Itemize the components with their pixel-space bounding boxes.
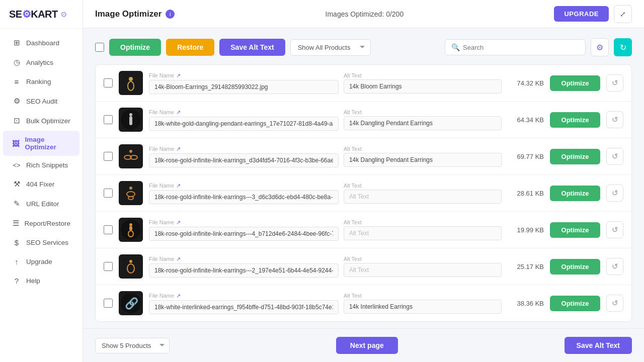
sidebar-item-help[interactable]: ? Help xyxy=(3,272,79,290)
row-checkbox[interactable] xyxy=(104,189,113,198)
alt-text-input[interactable] xyxy=(344,300,502,314)
row-optimize-button[interactable]: Optimize xyxy=(550,112,600,128)
footer-save-alt-button[interactable]: Save Alt Text xyxy=(565,337,632,354)
row-optimize-button[interactable]: Optimize xyxy=(550,186,600,201)
alt-text-input[interactable] xyxy=(344,190,502,204)
restore-button[interactable]: Restore xyxy=(166,39,214,56)
row-optimize-button[interactable]: Optimize xyxy=(550,75,600,91)
sidebar-item-ranking[interactable]: ≡ Ranking xyxy=(3,72,79,91)
restore-icon: ↺ xyxy=(612,225,618,234)
search-wrapper: 🔍 xyxy=(445,39,586,55)
sidebar-item-label: Bulk Optimizer xyxy=(26,117,70,125)
row-restore-button[interactable]: ↺ xyxy=(606,185,623,202)
optimize-button[interactable]: Optimize xyxy=(109,39,161,56)
main-panel: Image Optimizer i Images Optimized: 0/20… xyxy=(83,0,644,362)
row-restore-button[interactable]: ↺ xyxy=(606,74,623,92)
row-restore-button[interactable]: ↺ xyxy=(606,111,623,128)
show-products-select[interactable]: Show All Products Show Optimized Show Un… xyxy=(290,39,371,56)
row-checkbox[interactable] xyxy=(104,115,113,124)
row-restore-button[interactable]: ↺ xyxy=(606,295,623,312)
product-thumbnail xyxy=(119,71,143,95)
restore-icon: ↺ xyxy=(612,115,618,124)
alt-text-input[interactable] xyxy=(344,153,502,167)
alt-text-input[interactable] xyxy=(344,263,502,277)
image-table: File Name ↗ Alt Text 74.32 KB Optimize ↺… xyxy=(95,64,632,322)
sidebar-item-upgrade[interactable]: ↑ Upgrade xyxy=(3,252,79,271)
alt-text-input[interactable] xyxy=(344,116,502,130)
external-link-icon[interactable]: ↗ xyxy=(176,183,181,189)
row-restore-button[interactable]: ↺ xyxy=(606,221,623,238)
search-input[interactable] xyxy=(463,44,579,51)
row-checkbox[interactable] xyxy=(104,78,113,87)
footer: Show 5 Products Show 10 Products Show 20… xyxy=(83,328,644,362)
external-link-icon[interactable]: ↗ xyxy=(176,293,181,299)
filename-input[interactable] xyxy=(149,117,339,131)
svg-rect-16 xyxy=(129,226,132,230)
product-thumbnail xyxy=(119,181,143,205)
sidebar-item-image-optimizer[interactable]: 🖼 Image Optimizer xyxy=(3,131,79,156)
upgrade-button[interactable]: UPGRADE xyxy=(554,6,609,22)
alt-text-input[interactable] xyxy=(344,79,502,94)
restore-icon: ↺ xyxy=(612,262,618,271)
filename-group: File Name ↗ xyxy=(149,146,339,167)
table-row: File Name ↗ Alt Text 19.99 KB Optimize ↺ xyxy=(96,212,631,248)
sidebar-item-analytics[interactable]: ◷ Analytics xyxy=(3,53,79,72)
info-icon[interactable]: i xyxy=(166,10,175,19)
save-alt-text-button[interactable]: Save Alt Text xyxy=(219,39,285,56)
external-link-icon[interactable]: ↗ xyxy=(176,256,181,262)
external-link-icon[interactable]: ↗ xyxy=(176,146,181,152)
row-restore-button[interactable]: ↺ xyxy=(606,148,623,165)
row-optimize-button[interactable]: Optimize xyxy=(550,296,600,311)
header-left: Image Optimizer i xyxy=(95,9,175,19)
filename-input[interactable] xyxy=(149,190,339,204)
table-row: File Name ↗ Alt Text 28.61 KB Optimize ↺ xyxy=(96,175,631,212)
settings-button[interactable]: ⚙ xyxy=(591,38,609,56)
alttext-label: Alt Text xyxy=(344,293,502,299)
row-optimize-button[interactable]: Optimize xyxy=(550,149,600,164)
sidebar-item-report-restore[interactable]: ☰ Report/Restore xyxy=(3,214,79,233)
sidebar-nav: ⊞ Dashboard ◷ Analytics ≡ Ranking ⚙ SEO … xyxy=(0,29,83,362)
filename-input[interactable] xyxy=(149,80,339,94)
sidebar-item-url-editor[interactable]: ✎ URL Editor xyxy=(3,194,79,213)
filename-input[interactable] xyxy=(149,300,339,314)
row-optimize-button[interactable]: Optimize xyxy=(550,222,600,238)
row-optimize-button[interactable]: Optimize xyxy=(550,259,600,275)
row-checkbox[interactable] xyxy=(104,225,113,234)
external-link-icon[interactable]: ↗ xyxy=(176,72,181,79)
expand-button[interactable]: ⤢ xyxy=(614,5,632,23)
sidebar-item-404-fixer[interactable]: ⚒ 404 Fixer xyxy=(3,174,79,194)
filename-input[interactable] xyxy=(149,227,339,241)
sidebar-item-dashboard[interactable]: ⊞ Dashboard xyxy=(3,33,79,52)
filename-group: File Name ↗ xyxy=(149,293,339,314)
alt-text-input[interactable] xyxy=(344,226,502,240)
table-row: File Name ↗ Alt Text 74.32 KB Optimize ↺ xyxy=(96,65,631,102)
refresh-button[interactable]: ↻ xyxy=(614,38,632,56)
filename-input[interactable] xyxy=(149,263,339,278)
gear-icon: ⚙ xyxy=(596,43,603,52)
filename-label: File Name ↗ xyxy=(149,183,339,189)
bulk-optimizer-icon: ⊡ xyxy=(12,116,21,125)
filename-label: File Name ↗ xyxy=(149,219,339,226)
row-restore-button[interactable]: ↺ xyxy=(606,258,623,275)
row-checkbox[interactable] xyxy=(104,262,113,271)
svg-rect-5 xyxy=(129,116,132,125)
sidebar-item-seo-services[interactable]: $ SEO Services xyxy=(3,233,79,252)
row-checkbox[interactable] xyxy=(104,152,113,161)
external-link-icon[interactable]: ↗ xyxy=(176,219,181,226)
restore-icon: ↺ xyxy=(612,189,618,198)
filename-input[interactable] xyxy=(149,153,339,167)
row-checkbox[interactable] xyxy=(104,299,113,308)
next-page-button[interactable]: Next page xyxy=(336,337,398,354)
svg-point-1 xyxy=(129,77,133,81)
select-all-checkbox[interactable] xyxy=(95,43,104,52)
row-fields: File Name ↗ Alt Text xyxy=(149,183,502,204)
show-products-footer-select[interactable]: Show 5 Products Show 10 Products Show 20… xyxy=(95,338,170,353)
sidebar-item-label: Image Optimizer xyxy=(25,136,70,151)
sidebar-item-bulk-optimizer[interactable]: ⊡ Bulk Optimizer xyxy=(3,111,79,130)
external-link-icon[interactable]: ↗ xyxy=(176,109,181,116)
file-size: 74.32 KB xyxy=(508,79,544,87)
row-fields: File Name ↗ Alt Text xyxy=(149,256,502,278)
sidebar-item-seo-audit[interactable]: ⚙ SEO Audit xyxy=(3,92,79,111)
sidebar-item-label: Help xyxy=(26,277,40,285)
sidebar-item-rich-snippets[interactable]: <> Rich Snippets xyxy=(3,156,79,174)
